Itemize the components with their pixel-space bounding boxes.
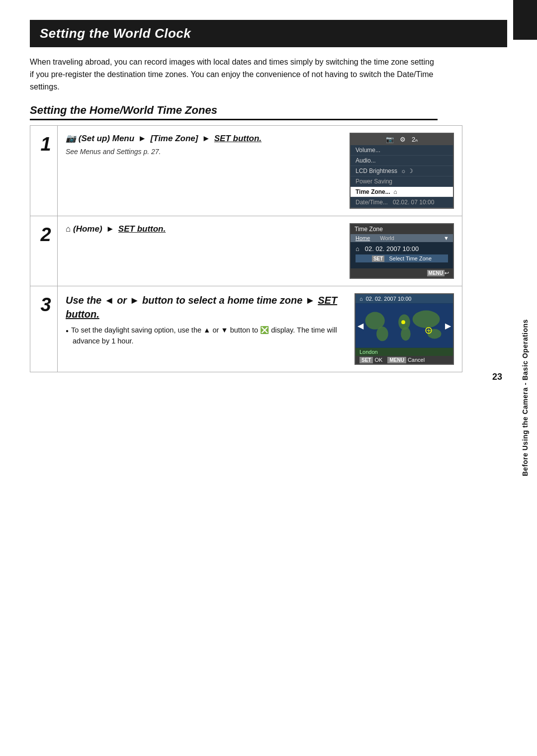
svg-point-4 (401, 327, 411, 340)
step-2-text: (Home) (73, 224, 104, 234)
step-3-row: 3 Use the ◄ or ► button to select a home… (30, 286, 462, 372)
step-1-main-row: 📷 (Set up) Menu ► [Time Zone] ► SET butt… (66, 133, 454, 209)
page-wrapper: Setting the World Clock When traveling a… (0, 0, 537, 402)
page-title: Setting the World Clock (40, 26, 497, 41)
screen2-body: ⌂ 02. 02. 2007 10:00 SET Select Time Zon… (351, 242, 453, 268)
step-1-text: (Set up) Menu (79, 134, 137, 143)
step-3-content: Use the ◄ or ► button to select a home t… (58, 286, 462, 372)
arrow-icon-1: ► (138, 134, 147, 143)
step-1-timezone: [Time Zone] (150, 134, 200, 143)
screen3-topbar: ⌂ 02. 02. 2007 10:00 (356, 294, 453, 303)
step-3-bullet-1: To set the daylight saving option, use t… (66, 325, 347, 347)
step-1-text-block: 📷 (Set up) Menu ► [Time Zone] ► SET butt… (66, 133, 342, 158)
step-2-instruction: ⌂ (Home) ► SET button. (66, 223, 342, 235)
sidebar-label: Before Using the Camera - Basic Operatio… (521, 320, 529, 477)
step-3-top: Use the ◄ or ► button to select a home t… (66, 293, 454, 365)
step-1-instruction: 📷 (Set up) Menu ► [Time Zone] ► SET butt… (66, 133, 342, 145)
screen3-right-arrow: ▶ (445, 321, 451, 331)
screen2-footer: MENU↩ (351, 268, 453, 278)
step-3-instruction: Use the ◄ or ► button to select a home t… (66, 293, 347, 321)
home-icon: ⌂ (66, 224, 71, 234)
screen3-time: 02. 02. 2007 10:00 (366, 296, 412, 302)
screen2-select: SET Select Time Zone (356, 254, 448, 262)
camera-icon: 📷 (386, 136, 394, 143)
sidebar-black-block (513, 0, 537, 40)
step-2-screen: Time Zone Home World ▼ ⌂ 02. 02. 2007 10… (350, 223, 454, 279)
screen3-left-arrow: ◀ (358, 321, 363, 331)
step-3-number: 3 (30, 286, 58, 372)
step-3-bullets: To set the daylight saving option, use t… (66, 325, 347, 347)
screen3-set-btn: SET (359, 357, 373, 363)
home-icon-2: ⌂ (356, 245, 359, 252)
screen1-topbar: 📷 ⚙ 2ₙ (351, 134, 453, 145)
steps-container: 1 📷 (Set up) Menu ► [Time Zone] ► SET bu… (30, 125, 462, 372)
step-2-main-row: ⌂ (Home) ► SET button. Time Zone Home Wo… (66, 223, 454, 279)
step-1-number: 1 (30, 126, 58, 216)
screen2-tab-home: Home (351, 234, 375, 242)
step-1-set: SET button. (214, 134, 262, 143)
screen2-title: Time Zone (351, 224, 453, 234)
screen3-menu-btn: MENU (387, 357, 406, 363)
arrow-icon-3: ► (106, 224, 114, 234)
screen1-menu: Volume... Audio... LCD Brightness ☼ ☽ Po… (351, 145, 453, 208)
title-banner: Setting the World Clock (30, 20, 507, 47)
svg-point-2 (376, 327, 388, 341)
step-1-row: 1 📷 (Set up) Menu ► [Time Zone] ► SET bu… (30, 126, 462, 216)
world-map-svg (356, 303, 453, 348)
home-icon-3: ⌂ (359, 296, 363, 302)
page-number: 23 (492, 372, 502, 382)
right-sidebar: Before Using the Camera - Basic Operatio… (513, 0, 537, 756)
step-3-text-block: Use the ◄ or ► button to select a home t… (66, 293, 347, 347)
screen2-time: ⌂ 02. 02. 2007 10:00 (356, 245, 448, 252)
menu-item-timezone: Time Zone... ⌂ (351, 187, 453, 197)
settings-icon: ⚙ (400, 136, 406, 143)
menu-item-audio: Audio... (351, 156, 453, 166)
screen2-tab-world: World (375, 234, 399, 242)
sidebar-text: Before Using the Camera - Basic Operatio… (521, 40, 529, 756)
step-1-content: 📷 (Set up) Menu ► [Time Zone] ► SET butt… (58, 126, 462, 216)
step-2-set: SET button. (118, 224, 166, 234)
svg-point-5 (413, 311, 440, 328)
step-3-screen: ⌂ 02. 02. 2007 10:00 (355, 293, 454, 365)
step-1-sub-text: See Menus and Settings p. 27. (66, 148, 161, 156)
step-2-row: 2 ⌂ (Home) ► SET button. Time Zone (30, 216, 462, 286)
screen2-tabs: Home World ▼ (351, 234, 453, 242)
menu-item-volume: Volume... (351, 145, 453, 156)
step-1-screen: 📷 ⚙ 2ₙ Volume... Audio... LCD Brightness… (350, 133, 454, 209)
section-heading: Setting the Home/World Time Zones (30, 104, 438, 120)
setup-icon: 📷 (66, 134, 76, 143)
intro-paragraph: When traveling abroad, you can record im… (30, 56, 438, 93)
screen3-location: London (356, 348, 453, 356)
number-icon: 2ₙ (412, 136, 418, 143)
menu-item-datetime: Date/Time... 02.02. 07 10:00 (351, 197, 453, 208)
screen3-footer: SET OK MENU Cancel (356, 356, 453, 364)
screen3-map: ◀ ▶ (356, 303, 453, 348)
menu-item-power: Power Saving (351, 176, 453, 187)
arrow-icon-2: ► (202, 134, 210, 143)
step-2-content: ⌂ (Home) ► SET button. Time Zone Home Wo… (58, 216, 462, 286)
step-2-number: 2 (30, 216, 58, 286)
step-1-sub: See Menus and Settings p. 27. (66, 148, 342, 156)
svg-point-7 (401, 321, 405, 325)
menu-item-lcd: LCD Brightness ☼ ☽ (351, 166, 453, 176)
step-2-text-block: ⌂ (Home) ► SET button. (66, 223, 342, 238)
